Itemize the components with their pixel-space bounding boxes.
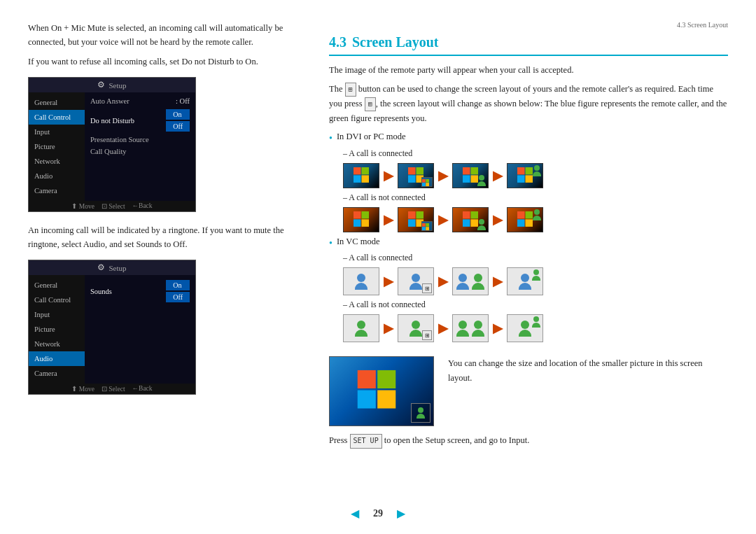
- blue-head-4: [521, 274, 529, 282]
- menu-network-1[interactable]: Network: [29, 154, 85, 169]
- windows-logo-nc-1: [354, 211, 369, 226]
- blue-person-1: [355, 274, 368, 290]
- setup-footer-1: ⬆ Move ⊡ Select ←Back: [29, 201, 195, 211]
- presentation-label: Presentation Source: [90, 136, 149, 143]
- menu-callcontrol-2[interactable]: Call Control: [29, 293, 85, 307]
- bottom-text-block: You can change the size and location of …: [448, 349, 728, 389]
- bullet-dot-2: •: [329, 237, 332, 251]
- windows-logo-4: [517, 167, 533, 182]
- setup-content-2: Sounds On Off: [85, 275, 195, 384]
- green-head-nc-4: [521, 321, 529, 329]
- arrow-vc-2: ▶: [438, 274, 448, 289]
- footer-back-2: ←Back: [132, 385, 153, 393]
- green-head-corner: [533, 269, 539, 275]
- green-head-nc-3a: [458, 321, 467, 329]
- btn-overlay-vc: ⊞: [422, 283, 432, 293]
- sub-notconnected-label: – A call is not connected: [343, 192, 728, 203]
- green-head-corner-nc: [533, 316, 539, 322]
- setup-body-2: General Call Control Input Picture Netwo…: [29, 275, 195, 384]
- green-body-sm-nc: [477, 225, 486, 230]
- arrow-vcnc-1: ▶: [384, 321, 393, 336]
- arrow-vc-1: ▶: [384, 274, 393, 289]
- green-body-sm-1: [477, 181, 486, 186]
- left-para3: An incoming call will be indicated by a …: [28, 223, 301, 251]
- autoanswer-value: : Off: [176, 97, 190, 105]
- green-body-nc-2: [410, 330, 422, 337]
- green-head-nc-2: [412, 321, 420, 329]
- green-body-corner: [532, 276, 540, 281]
- green-person-corner-vcnc: [532, 316, 540, 328]
- vc-thumb-4: [507, 267, 543, 295]
- screen-overlay-btn-nc: [421, 221, 433, 231]
- footer-select-1: ⊡ Select: [102, 202, 125, 210]
- off-button-1[interactable]: Off: [166, 121, 190, 132]
- setup-footer-2: ⬆ Move ⊡ Select ←Back: [29, 384, 195, 394]
- blue-body-3: [456, 283, 469, 290]
- autoanswer-label: Auto Answer: [90, 97, 130, 105]
- menu-picture-2[interactable]: Picture: [29, 322, 85, 337]
- blue-head-1: [357, 274, 365, 282]
- green-person-corner-vc: [532, 269, 540, 281]
- off-button-2[interactable]: Off: [166, 292, 190, 302]
- on-button-1[interactable]: On: [166, 109, 190, 120]
- setup-content-1: Auto Answer : Off Do not Disturb On Off …: [85, 92, 195, 201]
- green-person-nc-1: [355, 321, 368, 337]
- nav-next-button[interactable]: ▶: [397, 507, 405, 520]
- setup-title-1: Setup: [108, 81, 126, 90]
- arrow-nc-2: ▶: [438, 212, 448, 227]
- menu-picture-1[interactable]: Picture: [29, 139, 85, 154]
- menu-network-2[interactable]: Network: [29, 337, 85, 351]
- menu-callcontrol-1[interactable]: Call Control: [29, 110, 85, 125]
- sub-connected-label: – A call is connected: [343, 148, 728, 159]
- windows-logo-nc-4: [517, 211, 533, 226]
- screen-thumb-nc-1: [343, 207, 379, 232]
- setup-box-2: ⚙ Setup General Call Control Input Pictu…: [28, 260, 196, 395]
- gear-icon-2: ⚙: [97, 262, 105, 273]
- green-head-nc-3b: [474, 321, 482, 329]
- blue-head-3: [458, 274, 467, 282]
- blue-body-4: [519, 283, 531, 290]
- menu-input-1[interactable]: Input: [29, 125, 85, 139]
- setup-row-donotdisturb: Do not Disturb On Off: [88, 107, 192, 134]
- arrow-nc-3: ▶: [493, 212, 503, 227]
- menu-general-2[interactable]: General: [29, 278, 85, 293]
- left-column: When On + Mic Mute is selected, an incom…: [28, 21, 301, 513]
- green-person-small-nc2: [533, 209, 541, 220]
- blue-body-1: [355, 283, 368, 290]
- blue-person-2: [410, 274, 422, 290]
- on-button-2[interactable]: On: [166, 280, 190, 290]
- menu-general-1[interactable]: General: [29, 95, 85, 110]
- arrow-vc-3: ▶: [493, 274, 503, 289]
- menu-audio-1[interactable]: Audio: [29, 169, 85, 183]
- footer-back-1: ←Back: [132, 202, 153, 210]
- menu-audio-2[interactable]: Audio: [29, 351, 85, 366]
- arrow-3: ▶: [493, 168, 503, 183]
- section-title: 4.3 Screen Layout: [329, 34, 728, 50]
- screen-thumb-nc-4: [507, 207, 543, 232]
- arrow-2: ▶: [438, 168, 448, 183]
- sub-vc-connected-label: – A call is connected: [343, 253, 728, 263]
- setup-menu-2: General Call Control Input Picture Netwo…: [29, 275, 85, 384]
- nav-prev-button[interactable]: ◀: [351, 507, 359, 520]
- green-person-nc-4: [519, 321, 531, 337]
- menu-camera-1[interactable]: Camera: [29, 183, 85, 198]
- vc-thumb-3: [452, 267, 489, 295]
- blue-person-4: [519, 274, 531, 290]
- vc-thumb-2: ⊞: [398, 267, 434, 295]
- blue-person-3: [456, 274, 469, 290]
- setup-title-bar-2: ⚙ Setup: [29, 260, 195, 275]
- large-preview-screen: [329, 356, 434, 426]
- menu-input-2[interactable]: Input: [29, 307, 85, 322]
- callquality-label: Call Quality: [90, 148, 127, 155]
- windows-logo-nc-3: [463, 211, 478, 226]
- vc-thumb-nc-2: ⊞: [398, 314, 434, 342]
- two-persons-nc: [456, 321, 484, 337]
- green-body-sm-2: [533, 171, 541, 176]
- green-person-nc-3a: [456, 321, 469, 337]
- green-person-small-1: [477, 175, 486, 186]
- setup-row-presentation: Presentation Source: [88, 134, 192, 146]
- btn-overlay-vcnc: ⊞: [422, 330, 432, 340]
- page-number: 29: [373, 508, 383, 519]
- menu-camera-2[interactable]: Camera: [29, 366, 85, 381]
- section-title-text: Screen Layout: [352, 34, 439, 50]
